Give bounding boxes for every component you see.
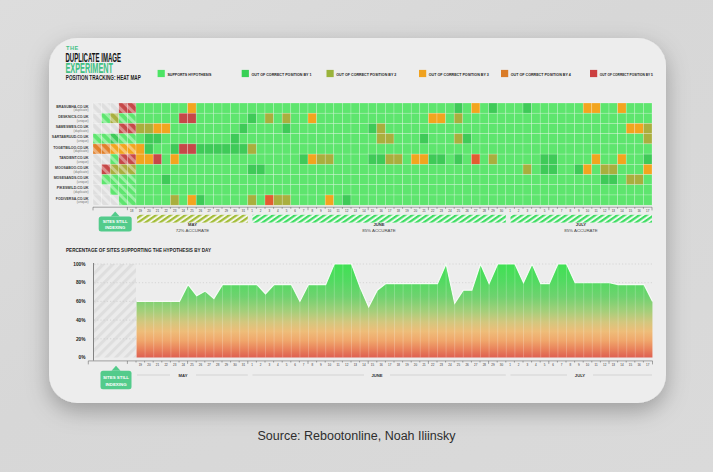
svg-text:14: 14 bbox=[362, 363, 366, 367]
svg-text:(unique): (unique) bbox=[77, 119, 89, 123]
svg-text:(unique): (unique) bbox=[77, 200, 89, 204]
svg-text:24: 24 bbox=[448, 363, 452, 367]
svg-text:0%: 0% bbox=[79, 355, 87, 360]
svg-text:19: 19 bbox=[405, 209, 409, 213]
svg-text:30: 30 bbox=[500, 209, 504, 213]
svg-text:(duplicate): (duplicate) bbox=[74, 190, 89, 194]
svg-text:24: 24 bbox=[448, 209, 452, 213]
svg-text:60%: 60% bbox=[76, 299, 86, 304]
svg-text:16: 16 bbox=[379, 363, 383, 367]
svg-text:10: 10 bbox=[328, 209, 332, 213]
svg-text:19: 19 bbox=[139, 209, 143, 213]
svg-text:28: 28 bbox=[483, 363, 487, 367]
svg-text:23: 23 bbox=[173, 209, 177, 213]
svg-text:11: 11 bbox=[337, 363, 340, 367]
svg-text:25: 25 bbox=[190, 363, 194, 367]
svg-text:23: 23 bbox=[173, 363, 177, 367]
svg-text:(duplicate): (duplicate) bbox=[74, 108, 89, 112]
svg-text:22: 22 bbox=[431, 363, 435, 367]
svg-text:29: 29 bbox=[491, 209, 495, 213]
svg-text:20: 20 bbox=[147, 363, 151, 367]
svg-text:25: 25 bbox=[457, 363, 461, 367]
svg-text:40%: 40% bbox=[76, 318, 86, 323]
svg-text:17: 17 bbox=[388, 363, 392, 367]
svg-text:15: 15 bbox=[629, 209, 633, 213]
svg-text:21: 21 bbox=[422, 363, 426, 367]
svg-text:85% ACCURATE: 85% ACCURATE bbox=[564, 228, 598, 233]
svg-text:JUNE: JUNE bbox=[371, 373, 382, 378]
svg-text:(duplicate): (duplicate) bbox=[74, 170, 89, 174]
svg-text:12: 12 bbox=[603, 209, 607, 213]
svg-text:80%: 80% bbox=[76, 280, 86, 285]
svg-text:INDEXING: INDEXING bbox=[105, 225, 125, 230]
svg-text:20: 20 bbox=[414, 209, 418, 213]
svg-text:20: 20 bbox=[147, 209, 151, 213]
svg-text:27: 27 bbox=[474, 363, 478, 367]
svg-text:21: 21 bbox=[156, 363, 160, 367]
svg-text:OUT OF CORRECT POSITION BY 3: OUT OF CORRECT POSITION BY 3 bbox=[429, 72, 489, 77]
svg-text:INDEXING: INDEXING bbox=[105, 382, 127, 387]
svg-text:PERCENTAGE OF SITES SUPPORTING: PERCENTAGE OF SITES SUPPORTING THE HYPOT… bbox=[66, 247, 211, 253]
svg-text:28: 28 bbox=[483, 209, 487, 213]
svg-text:20: 20 bbox=[414, 363, 418, 367]
svg-text:13: 13 bbox=[612, 209, 616, 213]
svg-text:12: 12 bbox=[603, 363, 607, 367]
svg-text:22: 22 bbox=[431, 209, 435, 213]
svg-text:10: 10 bbox=[586, 209, 590, 213]
svg-text:18: 18 bbox=[397, 363, 401, 367]
svg-text:OUT OF CORRECT POSITION BY 1: OUT OF CORRECT POSITION BY 1 bbox=[252, 72, 312, 77]
svg-text:72% ACCURATE: 72% ACCURATE bbox=[176, 228, 210, 233]
svg-text:POSITION TRACKING: HEAT MAP: POSITION TRACKING: HEAT MAP bbox=[66, 74, 141, 81]
svg-text:JULY: JULY bbox=[575, 373, 586, 378]
svg-text:17: 17 bbox=[646, 363, 650, 367]
svg-text:25: 25 bbox=[457, 209, 461, 213]
svg-text:15: 15 bbox=[629, 363, 633, 367]
svg-text:29: 29 bbox=[225, 209, 229, 213]
svg-text:22: 22 bbox=[164, 209, 168, 213]
svg-text:12: 12 bbox=[345, 363, 349, 367]
svg-text:JULY: JULY bbox=[576, 222, 587, 227]
svg-text:26: 26 bbox=[199, 209, 203, 213]
svg-text:16: 16 bbox=[637, 363, 641, 367]
svg-text:27: 27 bbox=[207, 363, 211, 367]
svg-text:26: 26 bbox=[199, 363, 203, 367]
svg-text:SITES STILL: SITES STILL bbox=[103, 219, 128, 224]
svg-text:30: 30 bbox=[233, 209, 237, 213]
svg-text:JUNE: JUNE bbox=[373, 222, 384, 227]
svg-text:Source: Rebootonline, Noah Ili: Source: Rebootonline, Noah Iliinsky bbox=[257, 429, 456, 443]
svg-text:100%: 100% bbox=[73, 262, 86, 267]
svg-text:SUPPORTS HYPOTHESIS: SUPPORTS HYPOTHESIS bbox=[167, 72, 211, 77]
svg-text:24: 24 bbox=[182, 363, 186, 367]
svg-text:28: 28 bbox=[216, 209, 220, 213]
svg-text:OUT OF CORRECT POSITION BY 4: OUT OF CORRECT POSITION BY 4 bbox=[511, 72, 571, 77]
svg-text:25: 25 bbox=[190, 209, 194, 213]
svg-text:16: 16 bbox=[379, 209, 383, 213]
svg-text:17: 17 bbox=[646, 209, 650, 213]
svg-text:24: 24 bbox=[182, 209, 186, 213]
svg-text:13: 13 bbox=[354, 209, 358, 213]
svg-text:31: 31 bbox=[242, 363, 246, 367]
svg-text:14: 14 bbox=[620, 209, 624, 213]
svg-text:15: 15 bbox=[371, 363, 375, 367]
svg-text:11: 11 bbox=[595, 363, 598, 367]
svg-text:18: 18 bbox=[397, 209, 401, 213]
svg-text:OUT OF CORRECT POSITION BY 5: OUT OF CORRECT POSITION BY 5 bbox=[600, 72, 653, 77]
svg-text:SITES STILL: SITES STILL bbox=[103, 375, 129, 380]
svg-text:26: 26 bbox=[465, 209, 469, 213]
svg-text:85% ACCURATE: 85% ACCURATE bbox=[362, 228, 396, 233]
svg-text:OUT OF CORRECT POSITION BY 2: OUT OF CORRECT POSITION BY 2 bbox=[336, 72, 396, 77]
svg-text:(duplicate): (duplicate) bbox=[74, 129, 89, 133]
svg-text:15: 15 bbox=[371, 209, 375, 213]
svg-text:MAY: MAY bbox=[188, 222, 197, 227]
svg-text:23: 23 bbox=[440, 363, 444, 367]
svg-text:27: 27 bbox=[207, 209, 211, 213]
svg-text:23: 23 bbox=[440, 209, 444, 213]
svg-text:(duplicate): (duplicate) bbox=[74, 149, 89, 153]
svg-text:20%: 20% bbox=[76, 337, 86, 342]
svg-text:(unique): (unique) bbox=[77, 180, 89, 184]
svg-text:21: 21 bbox=[422, 209, 426, 213]
svg-text:MAY: MAY bbox=[179, 373, 188, 378]
svg-text:27: 27 bbox=[474, 209, 478, 213]
svg-text:16: 16 bbox=[637, 209, 641, 213]
svg-text:13: 13 bbox=[354, 363, 358, 367]
